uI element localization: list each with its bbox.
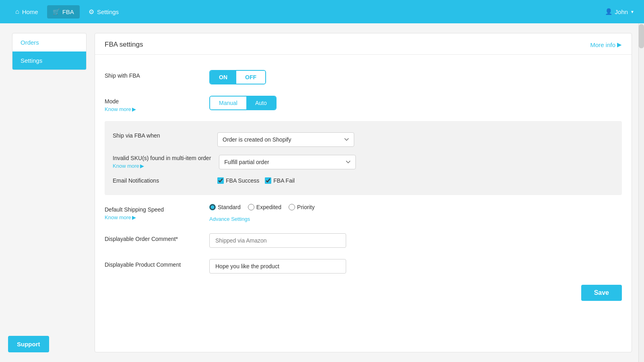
order-comment-label: Displayable Order Comment* (105, 233, 201, 242)
user-icon: 👤 (605, 8, 613, 15)
standard-label: Standard (218, 204, 241, 210)
product-comment-label: Displayable Product Comment (105, 259, 201, 268)
priority-radio[interactable] (289, 204, 295, 210)
ship-fba-toggle-group: ON OFF (209, 70, 266, 84)
panel-body: Ship with FBA ON OFF Mode Know more ▶ (95, 55, 632, 312)
toggle-on-button[interactable]: ON (210, 71, 236, 84)
standard-radio-label[interactable]: Standard (209, 204, 241, 210)
save-row: Save (105, 279, 622, 302)
ship-via-fba-control: Order is created on Shopify Order is pai… (217, 132, 354, 147)
ship-via-fba-row: Ship via FBA when Order is created on Sh… (113, 128, 614, 151)
invalid-sku-label: Invalid SKU(s) found in multi-item order… (113, 155, 211, 169)
nav-user[interactable]: 👤 John ▼ (605, 8, 634, 15)
order-comment-row: Displayable Order Comment* (105, 228, 622, 253)
invalid-sku-arrow-icon: ▶ (140, 163, 144, 169)
expedited-radio-label[interactable]: Expedited (248, 204, 281, 210)
priority-radio-label[interactable]: Priority (289, 204, 315, 210)
ship-via-fba-label: Ship via FBA when (113, 132, 209, 139)
nav-settings-label: Settings (97, 8, 119, 15)
navbar: Home 🛒 FBA Settings 👤 John ▼ (0, 0, 644, 23)
mode-know-more-link[interactable]: Know more ▶ (105, 106, 201, 112)
product-comment-control (209, 259, 346, 274)
ship-with-fba-row: Ship with FBA ON OFF (105, 64, 622, 90)
advance-settings-link[interactable]: Advance Settings (209, 216, 250, 222)
mode-manual-button[interactable]: Manual (210, 97, 246, 109)
shipping-speed-control: Standard Expedited Priority Advance Sett… (209, 204, 315, 222)
support-button[interactable]: Support (8, 336, 49, 352)
standard-radio[interactable] (209, 204, 216, 210)
user-dropdown-icon: ▼ (630, 10, 634, 14)
home-icon (15, 8, 19, 15)
user-name: John (615, 8, 628, 15)
sidebar-settings-label: Settings (21, 57, 42, 64)
more-info-arrow-icon: ▶ (617, 41, 622, 48)
scrollbar-thumb[interactable] (639, 24, 644, 48)
invalid-sku-know-more-link[interactable]: Know more ▶ (113, 163, 211, 169)
mode-row: Mode Know more ▶ Manual Auto (105, 90, 622, 118)
nav-left: Home 🛒 FBA Settings (10, 5, 124, 19)
more-info-link[interactable]: More info ▶ (590, 41, 622, 48)
fba-fail-text: FBA Fail (273, 177, 295, 184)
cart-icon: 🛒 (53, 8, 60, 15)
mode-label: Mode Know more ▶ (105, 96, 201, 112)
content-panel: FBA settings More info ▶ Ship with FBA O… (95, 33, 632, 352)
ship-with-fba-label: Ship with FBA (105, 70, 201, 79)
sidebar: Orders Settings (12, 33, 87, 70)
fba-success-text: FBA Success (226, 177, 259, 184)
sidebar-item-orders[interactable]: Orders (12, 33, 86, 51)
fba-fail-checkbox[interactable] (265, 177, 271, 184)
sidebar-orders-label: Orders (21, 39, 39, 46)
shipping-arrow-icon: ▶ (132, 214, 136, 220)
order-comment-input[interactable] (209, 233, 346, 248)
product-comment-input[interactable] (209, 259, 346, 274)
save-button[interactable]: Save (581, 285, 622, 301)
fba-fail-checkbox-label[interactable]: FBA Fail (265, 177, 295, 184)
auto-section: Ship via FBA when Order is created on Sh… (105, 121, 622, 195)
toggle-off-button[interactable]: OFF (236, 71, 265, 84)
shipping-know-more-link[interactable]: Know more ▶ (105, 214, 201, 220)
mode-control: Manual Auto (209, 96, 277, 110)
panel-title: FBA settings (105, 41, 143, 49)
expedited-label: Expedited (256, 204, 281, 210)
nav-home-label: Home (22, 8, 38, 15)
main-layout: Orders Settings FBA settings More info ▶… (0, 23, 644, 362)
sidebar-item-settings[interactable]: Settings (12, 51, 86, 70)
gear-icon (89, 8, 94, 16)
nav-fba-label: FBA (62, 8, 74, 15)
panel-header: FBA settings More info ▶ (95, 33, 632, 55)
order-comment-control (209, 233, 346, 248)
ship-with-fba-control: ON OFF (209, 70, 266, 84)
nav-item-home[interactable]: Home (10, 5, 44, 19)
shipping-speed-label: Default Shipping Speed Know more ▶ (105, 204, 201, 220)
shipping-speed-row: Default Shipping Speed Know more ▶ Stand… (105, 198, 622, 228)
invalid-sku-control: Fulfill partial order Do not fulfill ord… (219, 155, 356, 169)
more-info-label: More info (590, 41, 615, 48)
shipping-speed-radio-group: Standard Expedited Priority (209, 204, 315, 210)
scrollbar-track[interactable] (638, 23, 644, 362)
mode-toggle-group: Manual Auto (209, 96, 277, 110)
nav-item-fba[interactable]: 🛒 FBA (47, 5, 80, 19)
product-comment-row: Displayable Product Comment (105, 253, 622, 279)
mode-auto-button[interactable]: Auto (246, 97, 276, 109)
fba-success-checkbox[interactable] (217, 177, 224, 184)
invalid-sku-row: Invalid SKU(s) found in multi-item order… (113, 151, 614, 173)
know-more-arrow-icon: ▶ (132, 106, 136, 112)
email-notifications-control: FBA Success FBA Fail (217, 177, 295, 184)
email-notifications-label: Email Notifications (113, 177, 209, 184)
email-notifications-row: Email Notifications FBA Success FBA Fail (113, 173, 614, 188)
expedited-radio[interactable] (248, 204, 254, 210)
ship-via-fba-select[interactable]: Order is created on Shopify Order is pai… (217, 132, 354, 147)
priority-label: Priority (297, 204, 315, 210)
nav-item-settings[interactable]: Settings (83, 5, 124, 19)
fba-success-checkbox-label[interactable]: FBA Success (217, 177, 259, 184)
invalid-sku-select[interactable]: Fulfill partial order Do not fulfill ord… (219, 155, 356, 169)
